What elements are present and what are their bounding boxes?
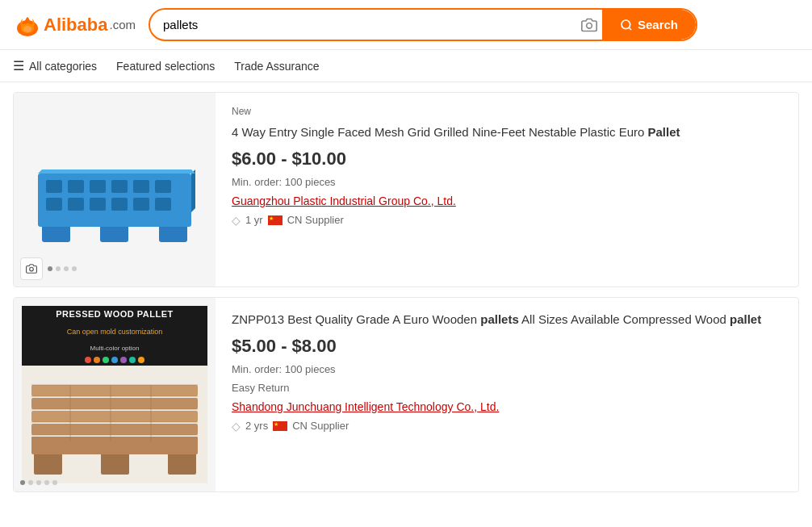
svg-rect-26: [101, 452, 129, 475]
supplier-years-2: 2 yrs: [245, 420, 268, 432]
image-controls-1: [20, 257, 77, 280]
product-card-2: PRESSED WOOD PALLET Can open mold custom…: [13, 297, 799, 492]
svg-point-3: [587, 23, 592, 28]
svg-point-24: [30, 267, 34, 271]
product-feature-2: Easy Return: [232, 382, 782, 394]
supplier-link-2[interactable]: Shandong Junchuang Intelligent Technolog…: [232, 400, 782, 413]
search-input[interactable]: [160, 10, 576, 39]
dot2-1: [20, 480, 25, 485]
svg-rect-16: [46, 198, 62, 211]
products-list: New 4 Way Entry Single Faced Mesh Grid G…: [0, 82, 812, 502]
svg-rect-28: [31, 441, 198, 454]
supplier-info-1: ◇ 1 yr CN Supplier: [232, 214, 782, 227]
supplier-link-1[interactable]: Guangzhou Plastic Industrial Group Co., …: [232, 194, 782, 207]
svg-rect-11: [68, 180, 84, 193]
product-price-1: $6.00 - $10.00: [232, 148, 782, 169]
product-moq-2: Min. order: 100 pieces: [232, 363, 782, 375]
supplier-country-1: CN Supplier: [287, 214, 344, 226]
color-dot-red: [85, 357, 91, 363]
camera-icon: [581, 17, 597, 33]
product-info-2: ZNPP013 Best Quality Grade A Euro Wooden…: [216, 298, 798, 491]
dot-3: [64, 266, 69, 271]
svg-rect-18: [90, 198, 106, 211]
svg-rect-31: [31, 411, 198, 422]
svg-rect-15: [155, 180, 171, 193]
dot2-5: [52, 480, 57, 485]
trade-assurance-link[interactable]: Trade Assurance: [234, 60, 319, 73]
svg-rect-30: [31, 398, 198, 409]
product-price-2: $5.00 - $8.00: [232, 336, 782, 357]
color-dot-orange: [94, 357, 100, 363]
product-title-bold-1: Pallet: [647, 125, 680, 139]
color-dot-blue: [111, 357, 118, 363]
search-bar: Search: [149, 8, 697, 41]
svg-rect-29: [31, 385, 198, 396]
svg-rect-17: [68, 198, 84, 211]
svg-marker-23: [38, 169, 195, 174]
svg-rect-13: [111, 180, 128, 193]
wood-pallet-svg: [30, 375, 199, 480]
header: Alibaba.com Search: [0, 0, 812, 50]
svg-point-4: [622, 20, 630, 29]
dot-4: [72, 266, 77, 271]
all-categories-menu[interactable]: ☰ All categories: [13, 58, 97, 73]
product-badge-1: New: [232, 106, 782, 117]
svg-rect-19: [111, 198, 128, 211]
product-title-bold-2b: pallet: [730, 312, 761, 326]
dot-1: [48, 266, 52, 271]
product-info-1: New 4 Way Entry Single Faced Mesh Grid G…: [216, 93, 798, 287]
svg-rect-33: [31, 437, 198, 443]
cn-flag-1: [268, 215, 283, 225]
svg-rect-27: [168, 452, 196, 475]
svg-rect-12: [90, 180, 106, 193]
svg-rect-25: [34, 452, 62, 475]
svg-rect-21: [155, 198, 171, 211]
camera-small-icon: [26, 263, 37, 274]
product-card-1: New 4 Way Entry Single Faced Mesh Grid G…: [13, 92, 799, 287]
image-controls-2: [20, 480, 57, 485]
featured-selections-link[interactable]: Featured selections: [116, 60, 215, 73]
all-categories-label: All categories: [29, 60, 97, 73]
logo-brand-name: Alibaba: [44, 15, 107, 36]
product-image-area-1: [14, 93, 216, 287]
product-title-2: ZNPP013 Best Quality Grade A Euro Wooden…: [232, 311, 782, 329]
diamond-icon-2: ◇: [232, 420, 241, 433]
color-dot-teal: [129, 357, 136, 363]
image-search-button-1[interactable]: [20, 257, 43, 280]
wood-sublabel: Can open mold customization: [67, 328, 163, 336]
product-title-plain-2b: All Sizes Available Compressed Wood: [519, 312, 730, 326]
svg-point-2: [23, 26, 31, 32]
svg-marker-22: [191, 169, 195, 212]
search-button[interactable]: Search: [602, 10, 696, 40]
supplier-country-2: CN Supplier: [292, 420, 349, 432]
alibaba-logo-icon: [13, 10, 42, 40]
nav-bar: ☰ All categories Featured selections Tra…: [0, 50, 812, 82]
svg-rect-20: [133, 198, 149, 211]
wood-pallet-container: PRESSED WOOD PALLET Can open mold custom…: [22, 306, 207, 483]
search-button-label: Search: [638, 18, 678, 31]
supplier-info-2: ◇ 2 yrs CN Supplier: [232, 420, 782, 433]
image-dots-1: [48, 266, 77, 271]
product-title-plain-2a: ZNPP013 Best Quality Grade A Euro Wooden: [232, 312, 480, 326]
color-dot-green: [103, 357, 109, 363]
color-dots: [22, 354, 207, 366]
wood-pallet-label: PRESSED WOOD PALLET: [22, 306, 207, 322]
dot2-4: [44, 480, 49, 485]
logo-domain: .com: [109, 18, 136, 31]
svg-rect-14: [133, 180, 149, 193]
camera-search-button[interactable]: [576, 14, 602, 36]
search-icon: [620, 19, 633, 31]
color-dot-purple: [120, 357, 127, 363]
image-dots-2: [20, 480, 57, 485]
svg-rect-10: [46, 180, 62, 193]
supplier-years-1: 1 yr: [245, 214, 263, 226]
dot-2: [56, 266, 61, 271]
product-title-plain-1: 4 Way Entry Single Faced Mesh Grid Grill…: [232, 125, 647, 139]
logo[interactable]: Alibaba.com: [13, 10, 136, 40]
svg-rect-32: [31, 424, 198, 435]
product-moq-1: Min. order: 100 pieces: [232, 176, 782, 188]
diamond-icon-1: ◇: [232, 214, 241, 227]
dot2-2: [28, 480, 33, 485]
dot2-3: [36, 480, 41, 485]
product-title-1: 4 Way Entry Single Faced Mesh Grid Grill…: [232, 123, 782, 142]
